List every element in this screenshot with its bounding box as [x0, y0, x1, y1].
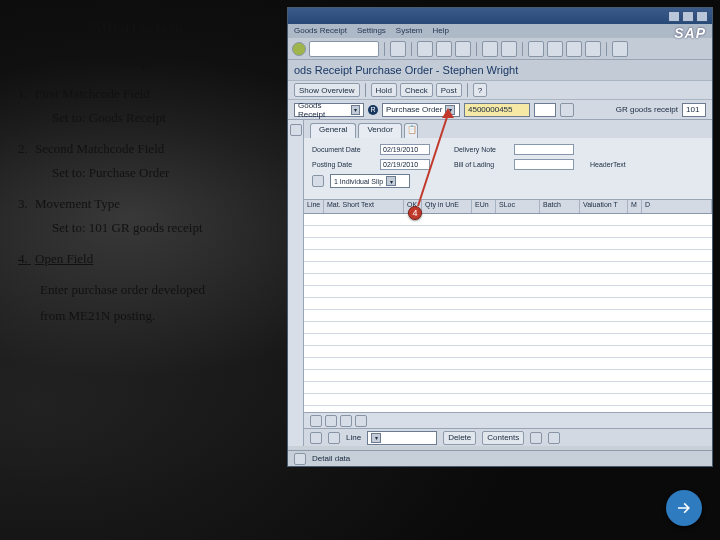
collapse-icon: [290, 124, 302, 136]
doc-date-label: Document Date: [312, 146, 374, 153]
select-all-icon[interactable]: [310, 432, 322, 444]
post-date-label: Posting Date: [312, 161, 374, 168]
line-selector[interactable]: ▾: [367, 431, 437, 445]
contents-button[interactable]: Contents: [482, 431, 524, 445]
chevron-down-icon: ▾: [386, 176, 396, 186]
command-field[interactable]: [309, 41, 379, 57]
step-2: 2. Second Matchcode Field Set to: Purcha…: [18, 140, 280, 181]
item-misc2-icon[interactable]: [548, 432, 560, 444]
movement-type-label: GR goods receipt: [616, 105, 678, 114]
grid-last-icon[interactable]: [355, 415, 367, 427]
help-button[interactable]: ?: [473, 83, 487, 97]
save-icon[interactable]: [390, 41, 406, 57]
menu-settings[interactable]: Settings: [357, 26, 386, 36]
action-dropdown[interactable]: Goods Receipt▾: [294, 103, 364, 117]
show-overview-button[interactable]: Show Overview: [294, 83, 360, 97]
header-text-label: HeaderText: [590, 161, 626, 168]
step-4-detail: Enter purchase order developed from ME21…: [40, 282, 280, 324]
item-grid-header: Line Mat. Short Text OK Qty in UnE EUn S…: [304, 200, 712, 214]
tab-vendor[interactable]: Vendor: [358, 123, 401, 138]
delete-button[interactable]: Delete: [443, 431, 476, 445]
step-3: 3. Movement Type Set to: 101 GR goods re…: [18, 195, 280, 236]
deselect-all-icon[interactable]: [328, 432, 340, 444]
steps-heading: Steps: [18, 55, 258, 71]
status-bar: Detail data: [288, 450, 712, 466]
post-date-field[interactable]: 02/19/2010: [380, 159, 430, 170]
action-row: Goods Receipt▾ R Purchase Order▾ 4500000…: [288, 100, 712, 120]
menu-goods-receipt[interactable]: Goods Receipt: [294, 26, 347, 36]
print-slip-icon[interactable]: [312, 175, 324, 187]
tab-more-icon[interactable]: 📋: [404, 123, 418, 138]
instruction-panel: MIGO Screen Steps 1. First Matchcode Fie…: [0, 20, 280, 334]
menu-system[interactable]: System: [396, 26, 423, 36]
po-number-field[interactable]: 4500000455: [464, 103, 530, 117]
chevron-down-icon: ▾: [351, 105, 360, 115]
menu-help[interactable]: Help: [433, 26, 449, 36]
sap-logo: SAP: [674, 25, 706, 41]
bill-lading-label: Bill of Lading: [454, 161, 508, 168]
sap-window: Goods Receipt Settings System Help SAP o…: [287, 7, 713, 467]
window-max-button[interactable]: [682, 11, 694, 22]
movement-type-field[interactable]: 101: [682, 103, 706, 117]
transaction-heading: ods Receipt Purchase Order - Stephen Wri…: [288, 60, 712, 80]
exit-icon[interactable]: [436, 41, 452, 57]
standard-toolbar: [288, 38, 712, 60]
left-side-toggle[interactable]: [288, 120, 304, 446]
grid-first-icon[interactable]: [310, 415, 322, 427]
header-tabs: General Vendor 📋: [304, 120, 712, 138]
refdoc-dropdown[interactable]: Purchase Order▾: [382, 103, 460, 117]
item-toolbar: Line ▾ Delete Contents: [304, 428, 712, 446]
grid-nav: [304, 412, 712, 428]
po-item-field[interactable]: [534, 103, 556, 117]
print-icon[interactable]: [482, 41, 498, 57]
post-button[interactable]: Post: [436, 83, 462, 97]
item-misc-icon[interactable]: [530, 432, 542, 444]
delivery-note-field[interactable]: [514, 144, 574, 155]
back-icon[interactable]: [417, 41, 433, 57]
next-page-icon[interactable]: [566, 41, 582, 57]
check-button[interactable]: Check: [400, 83, 433, 97]
app-toolbar: Show Overview Hold Check Post ?: [288, 80, 712, 100]
window-titlebar: [288, 8, 712, 24]
step-1: 1. First Matchcode Field Set to: Goods R…: [18, 85, 280, 126]
header-form: Document Date 02/19/2010 Delivery Note P…: [304, 138, 712, 200]
item-grid[interactable]: [304, 214, 712, 412]
line-label: Line: [346, 433, 361, 442]
execute-icon[interactable]: [560, 103, 574, 117]
bill-lading-field[interactable]: [514, 159, 574, 170]
next-slide-button[interactable]: [666, 490, 702, 526]
enter-icon[interactable]: [292, 42, 306, 56]
doc-date-field[interactable]: 02/19/2010: [380, 144, 430, 155]
tab-general[interactable]: General: [310, 123, 356, 138]
detail-toggle-icon[interactable]: [294, 453, 306, 465]
window-close-button[interactable]: [696, 11, 708, 22]
chevron-down-icon: ▾: [371, 433, 381, 443]
steps-list: 1. First Matchcode Field Set to: Goods R…: [18, 85, 280, 268]
grid-next-icon[interactable]: [340, 415, 352, 427]
hold-button[interactable]: Hold: [371, 83, 397, 97]
chevron-down-icon: ▾: [445, 105, 455, 115]
last-page-icon[interactable]: [585, 41, 601, 57]
status-text: Detail data: [312, 454, 350, 463]
menu-bar: Goods Receipt Settings System Help: [288, 24, 712, 38]
page-title: MIGO Screen: [18, 20, 258, 37]
ref-indicator: R: [368, 105, 378, 115]
prev-page-icon[interactable]: [547, 41, 563, 57]
help-icon[interactable]: [612, 41, 628, 57]
cancel-icon[interactable]: [455, 41, 471, 57]
first-page-icon[interactable]: [528, 41, 544, 57]
find-icon[interactable]: [501, 41, 517, 57]
delivery-note-label: Delivery Note: [454, 146, 508, 153]
grid-prev-icon[interactable]: [325, 415, 337, 427]
step-4: 4. Open Field: [18, 250, 280, 268]
callout-4: 4: [408, 206, 422, 220]
slip-dropdown[interactable]: 1 Individual Slip▾: [330, 174, 410, 188]
arrow-right-icon: [675, 499, 693, 517]
window-title-text: [292, 12, 294, 21]
window-min-button[interactable]: [668, 11, 680, 22]
